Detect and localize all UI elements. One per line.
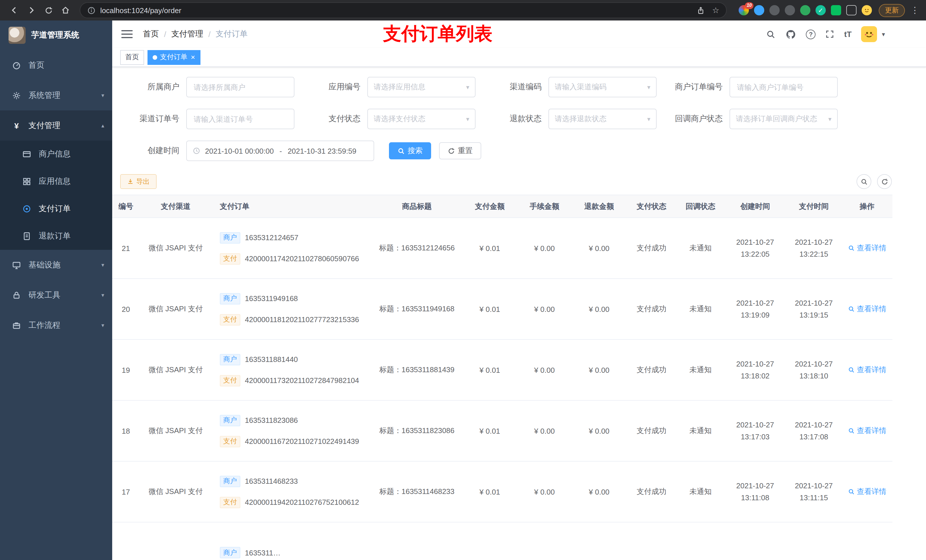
select-placeholder: 请选择支付状态 bbox=[374, 114, 425, 124]
sidebar: 芋道管理系统 首页 系统管理 ▾ ¥ 支付管理 ▴ bbox=[0, 21, 112, 560]
filter-label-app: 应用编号 bbox=[301, 82, 367, 92]
channel-code-select[interactable]: 请输入渠道编码 ▾ bbox=[548, 77, 657, 97]
merchant-select-input[interactable] bbox=[186, 77, 294, 97]
breadcrumb-payment[interactable]: 支付管理 bbox=[171, 29, 203, 39]
cell-fee-amount: ¥ 0.00 bbox=[534, 366, 555, 374]
pay-status-select[interactable]: 请选择支付状态 ▾ bbox=[367, 109, 475, 129]
table-row: 20 微信 JSAPI 支付 商户1635311949168 支付4200001… bbox=[112, 279, 893, 340]
share-icon[interactable] bbox=[697, 6, 705, 15]
sidebar-item-pay-order[interactable]: 支付订单 bbox=[0, 195, 112, 222]
sidebar-item-label: 系统管理 bbox=[29, 90, 61, 100]
callback-status-select[interactable]: 请选择订单回调商户状态 ▾ bbox=[729, 109, 838, 129]
view-detail-link[interactable]: 查看详情 bbox=[848, 243, 887, 253]
page-header: 首页 / 支付管理 / 支付订单 支付订单列表 ? tT ▾ bbox=[112, 21, 926, 48]
font-size-icon[interactable]: tT bbox=[844, 30, 852, 39]
sidebar-item-payment[interactable]: ¥ 支付管理 ▴ bbox=[0, 110, 112, 140]
sidebar-item-merchant-info[interactable]: 商户信息 bbox=[0, 140, 112, 168]
cell-pay-time: 2021-10-27 13:11:15 bbox=[789, 480, 838, 504]
sidebar-item-label: 基础设施 bbox=[29, 260, 61, 270]
browser-update-button[interactable]: 更新 bbox=[879, 4, 905, 17]
filter-label-create-time: 创建时间 bbox=[120, 146, 186, 156]
breadcrumb-home[interactable]: 首页 bbox=[143, 29, 159, 39]
breadcrumb-separator: / bbox=[164, 30, 166, 39]
browser-profile-avatar[interactable] bbox=[862, 5, 872, 15]
forward-icon[interactable] bbox=[24, 3, 39, 18]
search-button[interactable]: 搜索 bbox=[389, 142, 431, 159]
col-header-fee-amount: 手续金额 bbox=[517, 195, 572, 218]
filter-label-merchant-order-no: 商户订单编号 bbox=[663, 82, 729, 92]
col-header-notify-status: 回调状态 bbox=[676, 195, 725, 218]
pay-order-no: 4200001194202110276752100612 bbox=[245, 498, 359, 507]
tab-pay-order[interactable]: 支付订单 × bbox=[147, 50, 200, 65]
github-icon[interactable] bbox=[785, 29, 796, 39]
pay-order-no: 4200001167202110271022491439 bbox=[245, 437, 359, 445]
extension-icon-dark-2[interactable] bbox=[785, 5, 795, 15]
cell-refund-amount: ¥ 0.00 bbox=[589, 488, 609, 496]
view-detail-link[interactable]: 查看详情 bbox=[848, 304, 887, 314]
view-detail-link[interactable]: 查看详情 bbox=[848, 487, 887, 497]
back-icon[interactable] bbox=[7, 3, 22, 18]
sidebar-item-infra[interactable]: 基础设施 ▾ bbox=[0, 250, 112, 280]
merchant-order-no: 1635311… bbox=[245, 548, 280, 557]
reset-button[interactable]: 重置 bbox=[439, 142, 481, 159]
view-detail-link[interactable]: 查看详情 bbox=[848, 365, 887, 375]
col-header-title: 商品标题 bbox=[371, 195, 462, 218]
refund-status-select[interactable]: 请选择退款状态 ▾ bbox=[548, 109, 657, 129]
select-placeholder: 请选择订单回调商户状态 bbox=[736, 114, 817, 124]
search-icon[interactable] bbox=[766, 29, 776, 39]
export-button[interactable]: 导出 bbox=[120, 174, 157, 189]
cell-pay-amount: ¥ 0.01 bbox=[480, 244, 500, 252]
sidebar-item-devtools[interactable]: 研发工具 ▾ bbox=[0, 280, 112, 310]
sidebar-item-refund-order[interactable]: 退款订单 bbox=[0, 222, 112, 250]
sidebar-item-app-info[interactable]: 应用信息 bbox=[0, 168, 112, 195]
export-button-label: 导出 bbox=[136, 177, 150, 186]
site-info-icon[interactable] bbox=[87, 6, 96, 15]
toggle-search-button[interactable] bbox=[856, 174, 872, 189]
home-icon[interactable] bbox=[58, 3, 73, 18]
url-bar[interactable]: localhost:1024/pay/order ☆ bbox=[80, 2, 727, 18]
app-select[interactable]: 请选择应用信息 ▾ bbox=[367, 77, 475, 97]
extension-icon-blue[interactable] bbox=[754, 5, 764, 15]
app-logo[interactable]: 芋道管理系统 bbox=[0, 21, 112, 50]
help-icon[interactable]: ? bbox=[806, 29, 816, 39]
col-header-pay-amount: 支付金额 bbox=[462, 195, 517, 218]
hamburger-icon[interactable] bbox=[121, 28, 133, 41]
chevron-down-icon[interactable]: ▾ bbox=[882, 30, 885, 38]
create-time-range-picker[interactable]: 2021-10-01 00:00:00 - 2021-10-31 23:59:5… bbox=[186, 140, 374, 161]
merchant-order-no: 1635311881440 bbox=[245, 355, 298, 364]
cell-title: 标题：1635311881439 bbox=[379, 365, 454, 374]
merchant-order-no-input[interactable] bbox=[729, 77, 838, 97]
extensions-menu-icon[interactable] bbox=[846, 5, 856, 15]
refresh-icon[interactable] bbox=[41, 3, 56, 18]
filter-label-merchant: 所属商户 bbox=[120, 82, 186, 92]
close-icon[interactable]: × bbox=[191, 53, 195, 61]
cell-pay-status: 支付成功 bbox=[637, 426, 666, 435]
channel-order-no-input[interactable] bbox=[186, 109, 294, 129]
sidebar-item-system[interactable]: 系统管理 ▾ bbox=[0, 80, 112, 110]
extension-icon-wechat-devtools[interactable] bbox=[831, 5, 841, 15]
cell-create-time: 2021-10-27 13:22:05 bbox=[731, 236, 780, 260]
cell-refund-amount: ¥ 0.00 bbox=[589, 427, 609, 435]
extension-icon-check[interactable]: ✓ bbox=[816, 5, 826, 15]
sidebar-item-home[interactable]: 首页 bbox=[0, 50, 112, 80]
extension-icon-green[interactable] bbox=[800, 5, 810, 15]
sidebar-item-workflow[interactable]: 工作流程 ▾ bbox=[0, 310, 112, 340]
bookmark-star-icon[interactable]: ☆ bbox=[712, 6, 719, 15]
col-header-pay-status: 支付状态 bbox=[626, 195, 676, 218]
table-toolbar: 导出 bbox=[120, 174, 892, 189]
filter-label-callback-status: 回调商户状态 bbox=[663, 114, 729, 124]
cell-id: 20 bbox=[122, 305, 130, 313]
cell-id: 21 bbox=[122, 244, 130, 252]
merchant-order-no: 1635312124657 bbox=[245, 233, 298, 242]
view-detail-link[interactable]: 查看详情 bbox=[848, 426, 887, 436]
fullscreen-icon[interactable] bbox=[826, 30, 835, 39]
user-avatar[interactable] bbox=[861, 26, 877, 42]
tab-home[interactable]: 首页 bbox=[120, 50, 144, 65]
sidebar-item-label: 首页 bbox=[29, 60, 44, 70]
extension-icon-colorful[interactable]: 10 bbox=[738, 5, 749, 15]
browser-menu-icon[interactable]: ⋮ bbox=[911, 5, 919, 15]
extension-icon-dark-1[interactable] bbox=[769, 5, 780, 15]
refresh-table-button[interactable] bbox=[877, 174, 892, 189]
filter-label-channel-code: 渠道编码 bbox=[483, 82, 548, 92]
chevron-down-icon: ▾ bbox=[466, 115, 469, 123]
